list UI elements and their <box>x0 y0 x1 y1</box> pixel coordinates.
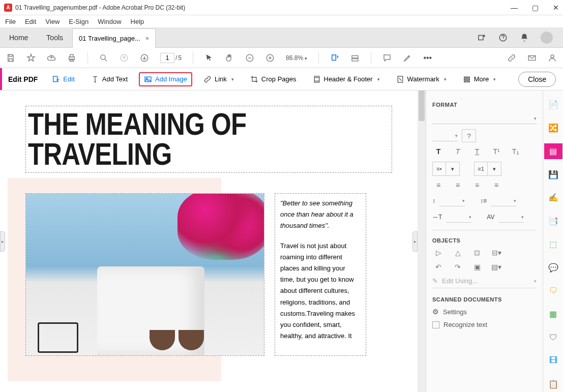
scrollbar-thumb[interactable] <box>419 91 425 121</box>
tab-document[interactable]: 01 Travelling_page... × <box>72 28 156 48</box>
help-icon[interactable] <box>498 33 508 43</box>
link-tool-icon[interactable] <box>507 53 516 63</box>
watermark-button[interactable]: Watermark▾ <box>391 73 452 85</box>
page-up-icon[interactable] <box>120 53 129 63</box>
menu-window[interactable]: Window <box>98 18 121 25</box>
arrange-icon[interactable]: ⊟▾ <box>490 249 502 257</box>
align-justify-icon[interactable]: ≡ <box>490 181 502 189</box>
sign-icon[interactable]: ✍ <box>544 190 562 206</box>
format-panel: FORMAT ▾ ▾ ? T T T T¹ T₁ ≡•▾ ≡1▾ ≡ ≡ ≡ ≡… <box>426 91 543 392</box>
protect-icon[interactable]: 🛡 <box>544 329 562 346</box>
align-obj-icon[interactable]: ▤▾ <box>490 263 502 271</box>
body-text-box[interactable]: "Better to see something once than hear … <box>275 193 366 356</box>
flip-v-icon[interactable]: △ <box>452 249 464 257</box>
zoom-in-icon[interactable] <box>265 53 275 63</box>
more-tools-icon[interactable]: ••• <box>423 53 432 63</box>
signin-icon[interactable] <box>548 53 557 63</box>
mail-icon[interactable] <box>527 53 537 63</box>
print-icon[interactable] <box>67 53 76 63</box>
replace-image-icon[interactable]: ▣ <box>471 263 483 271</box>
rotate-cw-icon[interactable]: ↷ <box>452 263 464 271</box>
bold-icon[interactable]: T <box>432 147 445 156</box>
crop-obj-icon[interactable]: ⊡ <box>471 249 483 257</box>
image-box[interactable] <box>25 193 264 356</box>
bell-icon[interactable] <box>519 33 529 43</box>
watermark-icon <box>396 75 404 83</box>
align-left-icon[interactable]: ≡ <box>432 181 445 189</box>
maximize-button[interactable]: ▢ <box>532 4 539 12</box>
number-list-group[interactable]: ≡1▾ <box>474 162 501 176</box>
heading-box[interactable]: THE MEANING OF TRAVELING <box>25 106 392 173</box>
send-comments-icon[interactable]: ⬚ <box>544 236 562 253</box>
organize-icon[interactable]: 📑 <box>544 213 562 229</box>
create-pdf-icon[interactable]: 📄 <box>544 97 562 113</box>
tab-close-icon[interactable]: × <box>145 35 150 42</box>
superscript-icon[interactable]: T¹ <box>490 147 502 156</box>
document-scrollbar[interactable] <box>418 91 426 392</box>
combine-icon[interactable]: 🔀 <box>544 120 562 136</box>
tab-home[interactable]: Home <box>0 27 37 47</box>
right-panel-handle[interactable]: ▸ <box>412 231 418 252</box>
comment-rail-icon[interactable]: 💬 <box>544 259 562 276</box>
font-size-select[interactable]: ▾ <box>432 130 458 141</box>
zoom-level[interactable]: 86.8% ▾ <box>286 54 307 62</box>
page-current-input[interactable] <box>160 53 174 63</box>
align-center-icon[interactable]: ≡ <box>452 181 464 189</box>
video-icon[interactable]: 🎞 <box>544 352 562 369</box>
fit-icon[interactable] <box>330 53 339 63</box>
rotate-ccw-icon[interactable]: ↶ <box>432 263 445 271</box>
more-button[interactable]: More▾ <box>458 73 501 85</box>
export-icon[interactable]: 💾 <box>544 166 562 183</box>
align-right-icon[interactable]: ≡ <box>471 181 483 189</box>
link-icon <box>203 75 212 83</box>
link-button[interactable]: Link▾ <box>198 73 239 85</box>
crop-button[interactable]: Crop Pages <box>245 73 302 85</box>
bullet-list-group[interactable]: ≡•▾ <box>432 162 460 176</box>
menu-edit[interactable]: Edit <box>25 18 36 25</box>
font-family-select[interactable]: ▾ <box>432 113 537 124</box>
tab-tools[interactable]: Tools <box>37 27 72 47</box>
menu-view[interactable]: View <box>45 18 60 25</box>
menu-help[interactable]: Help <box>131 18 144 25</box>
note-icon[interactable]: 🗨 <box>544 283 562 299</box>
edit-pdf-rail-icon[interactable]: ▤ <box>544 143 562 160</box>
edit-button[interactable]: Edit <box>47 73 79 85</box>
color-picker[interactable]: ? <box>462 129 476 142</box>
search-icon[interactable] <box>99 53 108 63</box>
save-icon[interactable] <box>6 53 15 63</box>
page-display-icon[interactable] <box>350 53 360 63</box>
para-spacing-select[interactable]: ▾ <box>491 195 516 206</box>
flip-h-icon[interactable]: ▷ <box>432 249 445 257</box>
add-image-button[interactable]: Add Image <box>139 72 192 86</box>
star-icon[interactable] <box>26 53 36 63</box>
char-spacing-select[interactable]: ▾ <box>498 212 524 223</box>
edit-using-row[interactable]: ✎ Edit Using... ▾ <box>432 277 537 288</box>
scan-icon[interactable]: ▦ <box>544 306 562 322</box>
line-spacing-select[interactable]: ▾ <box>439 195 465 206</box>
close-button[interactable]: ✕ <box>553 4 559 12</box>
header-footer-button[interactable]: Header & Footer▾ <box>308 73 385 85</box>
pointer-icon[interactable] <box>204 53 214 63</box>
hand-icon[interactable] <box>225 53 234 63</box>
subscript-icon[interactable]: T₁ <box>510 147 522 156</box>
italic-icon[interactable]: T <box>452 147 464 156</box>
menu-file[interactable]: File <box>5 18 16 25</box>
add-text-button[interactable]: Add Text <box>86 73 133 85</box>
document-page[interactable]: THE MEANING OF TRAVELING "Better to see … <box>0 91 418 392</box>
settings-row[interactable]: ⚙ Settings <box>432 308 537 316</box>
recognize-checkbox[interactable]: Recognize text <box>432 321 537 328</box>
close-editbar-button[interactable]: Close <box>518 72 556 87</box>
zoom-out-icon[interactable] <box>245 53 254 63</box>
underline-icon[interactable]: T <box>471 147 483 156</box>
more-rail-icon[interactable]: 📋 <box>544 376 562 392</box>
left-panel-handle[interactable]: ▸ <box>0 231 5 252</box>
horiz-scale-select[interactable]: ▾ <box>446 212 471 223</box>
cloud-icon[interactable] <box>47 53 56 63</box>
comment-icon[interactable] <box>382 53 392 63</box>
share-icon[interactable] <box>477 33 487 43</box>
avatar[interactable] <box>541 32 553 44</box>
page-down-icon[interactable] <box>140 53 149 63</box>
highlight-icon[interactable] <box>403 53 412 63</box>
menu-esign[interactable]: E-Sign <box>69 18 88 25</box>
minimize-button[interactable]: — <box>511 4 518 12</box>
